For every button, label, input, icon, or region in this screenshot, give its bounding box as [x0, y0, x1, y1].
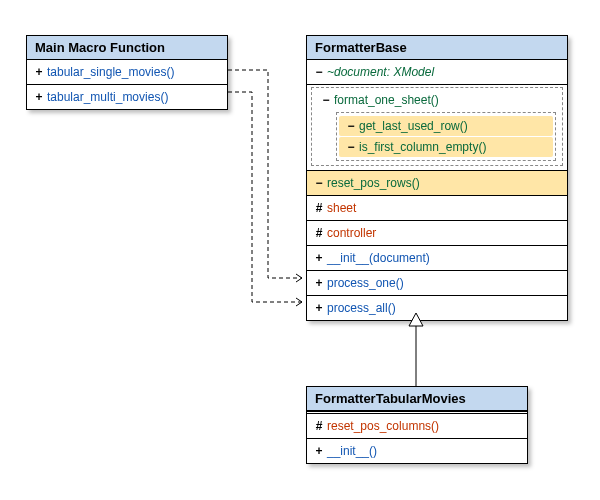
method-name: get_last_used_row()	[359, 119, 468, 133]
method-row: + process_all()	[307, 296, 567, 320]
method-row: + tabular_single_movies()	[27, 60, 227, 85]
method-row: + __init__()	[307, 439, 527, 463]
method-row: − is_first_column_empty()	[339, 137, 553, 157]
class-title-main-macro: Main Macro Function	[27, 36, 227, 60]
visibility-icon: +	[311, 251, 327, 265]
method-name: process_one()	[327, 276, 404, 290]
visibility-icon: #	[311, 201, 327, 215]
visibility-icon: #	[311, 226, 327, 240]
method-row: # reset_pos_columns()	[307, 414, 527, 439]
visibility-icon: +	[311, 301, 327, 315]
class-title-formatter-tabular-movies: FormatterTabularMovies	[307, 387, 527, 411]
class-title-formatter-base: FormatterBase	[307, 36, 567, 60]
class-formatter-tabular-movies: FormatterTabularMovies # reset_pos_colum…	[306, 386, 528, 464]
class-formatter-base: FormatterBase − ~document: XModel − form…	[306, 35, 568, 321]
method-name: is_first_column_empty()	[359, 140, 486, 154]
visibility-icon: +	[311, 444, 327, 458]
dashed-group: − format_one_sheet() − get_last_used_row…	[307, 87, 567, 171]
visibility-icon: +	[31, 90, 47, 104]
method-name: tabular_single_movies()	[47, 65, 174, 79]
attr-name: controller	[327, 226, 376, 240]
attr-name: ~document: XModel	[327, 65, 434, 79]
method-row: + tabular_multi_movies()	[27, 85, 227, 109]
method-name: tabular_multi_movies()	[47, 90, 168, 104]
attr-name: sheet	[327, 201, 356, 215]
attr-row: − ~document: XModel	[307, 60, 567, 85]
method-name: __init__(document)	[327, 251, 430, 265]
method-row: + process_one()	[307, 271, 567, 296]
method-row: + __init__(document)	[307, 246, 567, 271]
visibility-icon: −	[343, 119, 359, 133]
nested-dashed-group: − get_last_used_row() − is_first_column_…	[336, 112, 556, 161]
method-row: − format_one_sheet()	[314, 90, 560, 110]
visibility-icon: −	[318, 93, 334, 107]
visibility-icon: #	[311, 419, 327, 433]
visibility-icon: +	[311, 276, 327, 290]
class-main-macro: Main Macro Function + tabular_single_mov…	[26, 35, 228, 110]
visibility-icon: −	[343, 140, 359, 154]
method-name: __init__()	[327, 444, 377, 458]
method-row: − reset_pos_rows()	[307, 171, 567, 196]
method-name: process_all()	[327, 301, 396, 315]
attr-row: # controller	[307, 221, 567, 246]
method-name: reset_pos_columns()	[327, 419, 439, 433]
method-name: reset_pos_rows()	[327, 176, 420, 190]
method-name: format_one_sheet()	[334, 93, 439, 107]
visibility-icon: +	[31, 65, 47, 79]
attr-row: # sheet	[307, 196, 567, 221]
visibility-icon: −	[311, 65, 327, 79]
method-row: − get_last_used_row()	[339, 116, 553, 136]
visibility-icon: −	[311, 176, 327, 190]
